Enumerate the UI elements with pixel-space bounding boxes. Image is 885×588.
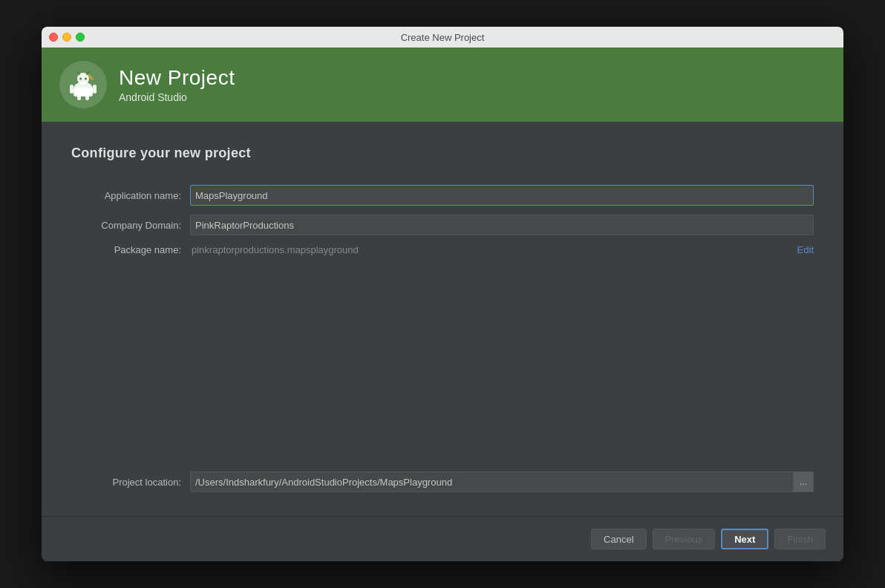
next-button[interactable]: Next	[721, 529, 768, 549]
company-domain-row: Company Domain:	[71, 215, 814, 235]
project-location-label: Project location:	[71, 477, 190, 488]
svg-point-6	[85, 78, 87, 80]
svg-rect-10	[85, 94, 89, 100]
svg-point-5	[79, 78, 82, 80]
project-location-input[interactable]	[190, 471, 793, 492]
android-logo	[59, 61, 107, 108]
traffic-lights	[49, 33, 85, 42]
svg-line-4	[87, 71, 89, 74]
form-area: Application name: Company Domain: Packag…	[71, 185, 814, 273]
location-input-wrap: ...	[190, 471, 814, 492]
svg-rect-8	[93, 85, 97, 94]
svg-rect-7	[70, 85, 74, 94]
project-location-section: Project location: ...	[71, 471, 814, 492]
application-name-input[interactable]	[190, 185, 814, 206]
header-title: New Project	[119, 66, 235, 90]
close-button[interactable]	[49, 33, 58, 42]
package-name-value: pinkraptorproductions.mapsplayground	[190, 244, 791, 255]
browse-button[interactable]: ...	[793, 471, 814, 492]
footer: Cancel Previous Next Finish	[42, 516, 843, 561]
section-title: Configure your new project	[71, 146, 814, 161]
title-bar: Create New Project	[42, 27, 843, 48]
svg-line-3	[77, 71, 79, 74]
header-banner: New Project Android Studio	[42, 48, 843, 122]
package-name-label: Package name:	[71, 244, 190, 255]
package-name-row: Package name: pinkraptorproductions.maps…	[71, 244, 814, 255]
header-subtitle: Android Studio	[119, 91, 235, 103]
svg-rect-1	[74, 88, 93, 97]
window-title: Create New Project	[401, 32, 485, 43]
edit-package-link[interactable]: Edit	[797, 244, 814, 255]
previous-button[interactable]: Previous	[653, 529, 716, 549]
application-name-row: Application name:	[71, 185, 814, 206]
header-text: New Project Android Studio	[119, 66, 235, 103]
company-domain-input[interactable]	[190, 215, 814, 235]
minimize-button[interactable]	[62, 33, 71, 42]
cancel-button[interactable]: Cancel	[591, 529, 646, 549]
main-content: Configure your new project Application n…	[42, 122, 843, 516]
android-logo-icon	[67, 68, 99, 101]
project-location-row: Project location: ...	[71, 471, 814, 492]
svg-rect-9	[77, 94, 81, 100]
maximize-button[interactable]	[76, 33, 85, 42]
finish-button[interactable]: Finish	[774, 529, 826, 549]
application-name-label: Application name:	[71, 190, 190, 201]
company-domain-label: Company Domain:	[71, 220, 190, 231]
window: Create New Project	[42, 27, 843, 561]
